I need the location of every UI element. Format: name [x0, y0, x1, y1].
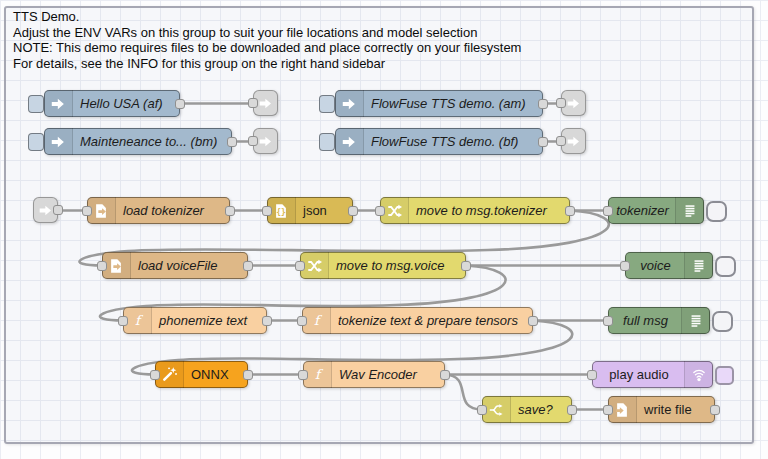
input-port[interactable] — [556, 98, 566, 108]
link-out-4[interactable] — [561, 128, 586, 154]
debug-voice[interactable]: voice — [625, 252, 713, 279]
output-port[interactable] — [565, 206, 575, 216]
output-port[interactable] — [348, 206, 358, 216]
output-port[interactable] — [528, 316, 538, 326]
debug-list-icon — [681, 307, 710, 334]
input-port[interactable] — [118, 316, 128, 326]
debug-toggle-button[interactable] — [706, 201, 727, 222]
node-label: Wav Encoder — [339, 362, 438, 387]
node-label: play audio — [598, 362, 680, 387]
inject-flowfuse-am[interactable]: FlowFuse TTS demo. (am) — [335, 90, 543, 117]
switch-save[interactable]: save? — [482, 396, 572, 423]
change-move-tokenizer[interactable]: move to msg.tokenizer — [380, 197, 570, 224]
link-arrow-icon — [38, 203, 53, 218]
function-phonemize[interactable]: fphonemize text — [123, 307, 267, 334]
svg-text:f: f — [314, 313, 323, 328]
input-port[interactable] — [97, 261, 107, 271]
output-port[interactable] — [440, 370, 450, 380]
function-wav-encoder[interactable]: fWav Encoder — [303, 361, 445, 388]
output-port[interactable] — [243, 370, 253, 380]
node-label: move to msg.tokenizer — [416, 198, 563, 223]
node-label: save? — [518, 397, 565, 422]
inject-button[interactable] — [28, 95, 44, 113]
node-label: write file — [644, 397, 708, 422]
output-port[interactable] — [538, 99, 548, 109]
output-port[interactable] — [225, 206, 235, 216]
output-port[interactable] — [567, 405, 577, 415]
node-label: full msg — [614, 308, 677, 333]
input-port[interactable] — [297, 316, 307, 326]
input-port[interactable] — [556, 136, 566, 146]
link-out-1[interactable] — [253, 90, 278, 116]
inject-arrow-icon — [44, 90, 73, 117]
note-line-3: NOTE: This demo requires files to be dow… — [13, 40, 521, 56]
inject-button[interactable] — [28, 133, 44, 151]
note-line-1: TTS Demo. — [13, 9, 521, 25]
input-port[interactable] — [295, 261, 305, 271]
link-in-1[interactable] — [33, 197, 58, 223]
inject-arrow-icon — [44, 128, 73, 155]
file-load-tokenizer[interactable]: load tokenizer — [87, 197, 230, 224]
debug-tokenizer[interactable]: tokenizer — [608, 197, 704, 224]
inject-hello-usa[interactable]: Hello USA (af) — [44, 90, 180, 117]
node-label: phonemize text — [159, 308, 260, 333]
output-port[interactable] — [175, 99, 185, 109]
node-label: ONNX — [191, 362, 241, 387]
node-label: Hello USA (af) — [80, 91, 173, 116]
debug-list-icon — [675, 197, 704, 224]
inject-flowfuse-bf[interactable]: FlowFuse TTS demo. (bf) — [335, 128, 543, 155]
input-port[interactable] — [375, 206, 385, 216]
output-port[interactable] — [538, 137, 548, 147]
inject-maintenance[interactable]: Mainteneance to... (bm) — [44, 128, 232, 155]
debug-toggle-button[interactable] — [712, 311, 733, 332]
node-label: tokenizer — [614, 198, 671, 223]
input-port[interactable] — [248, 136, 258, 146]
node-label: voice — [631, 253, 680, 278]
inject-arrow-icon — [335, 90, 364, 117]
play-audio-button[interactable] — [715, 366, 734, 385]
function-tokenize[interactable]: ftokenize text & prepare tensors — [302, 307, 533, 334]
input-port[interactable] — [477, 405, 487, 415]
input-port[interactable] — [620, 261, 630, 271]
input-port[interactable] — [298, 370, 308, 380]
link-arrow-icon — [566, 96, 581, 111]
output-port[interactable] — [262, 316, 272, 326]
flow-canvas[interactable]: TTS Demo. Adjust the ENV VARs on this gr… — [0, 0, 768, 459]
file-write[interactable]: write file — [608, 396, 715, 423]
debug-full-msg[interactable]: full msg — [608, 307, 710, 334]
input-port[interactable] — [262, 206, 272, 216]
output-port[interactable] — [53, 205, 63, 215]
node-label: move to msg.voice — [336, 253, 459, 278]
node-label: load voiceFile — [138, 253, 241, 278]
input-port[interactable] — [603, 405, 613, 415]
link-out-3[interactable] — [561, 90, 586, 116]
output-port[interactable] — [710, 405, 720, 415]
input-port[interactable] — [587, 370, 597, 380]
input-port[interactable] — [150, 370, 160, 380]
file-load-voicefile[interactable]: load voiceFile — [102, 252, 248, 279]
inject-arrow-icon — [335, 128, 364, 155]
input-port[interactable] — [603, 316, 613, 326]
change-move-voice[interactable]: move to msg.voice — [300, 252, 466, 279]
onnx-model[interactable]: ONNX — [155, 361, 248, 388]
inject-button[interactable] — [319, 95, 335, 113]
node-label: load tokenizer — [123, 198, 223, 223]
node-label: tokenize text & prepare tensors — [338, 308, 526, 333]
json-parser[interactable]: {}json — [267, 197, 353, 224]
input-port[interactable] — [603, 206, 613, 216]
debug-toggle-button[interactable] — [715, 256, 736, 277]
debug-list-icon — [684, 252, 713, 279]
output-port[interactable] — [243, 261, 253, 271]
inject-button[interactable] — [319, 133, 335, 151]
audio-waves-icon — [684, 361, 713, 388]
output-port[interactable] — [461, 261, 471, 271]
input-port[interactable] — [82, 206, 92, 216]
svg-text:f: f — [315, 367, 324, 382]
input-port[interactable] — [248, 98, 258, 108]
node-label: json — [303, 198, 346, 223]
link-out-2[interactable] — [253, 128, 278, 154]
output-port[interactable] — [227, 137, 237, 147]
link-arrow-icon — [566, 134, 581, 149]
play-audio[interactable]: play audio — [592, 361, 713, 388]
group-note: TTS Demo. Adjust the ENV VARs on this gr… — [13, 9, 521, 71]
